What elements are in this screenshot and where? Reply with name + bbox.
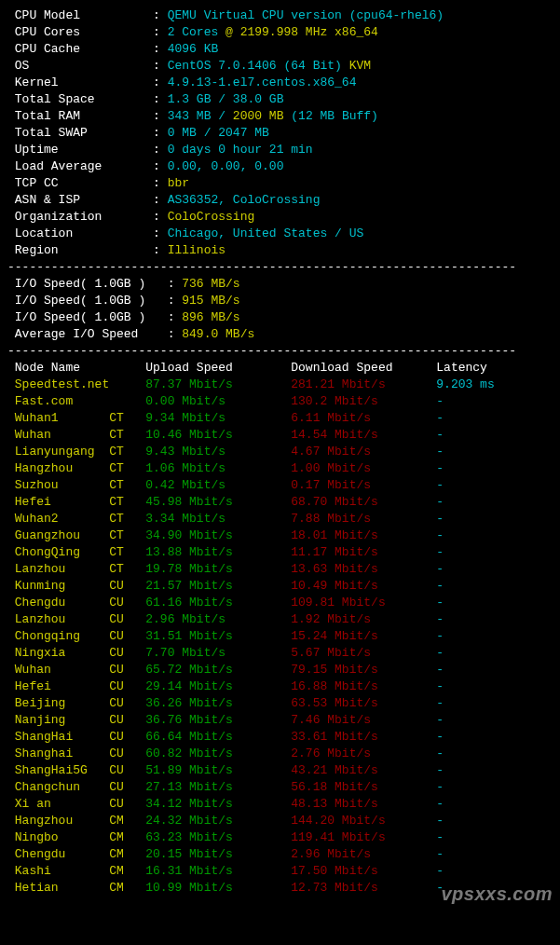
- gap: [131, 461, 146, 475]
- latency: -: [436, 612, 444, 626]
- speedtest-row: Hefei CT 45.98 Mbit/s 68.70 Mbit/s -: [7, 494, 553, 511]
- gap: [131, 864, 146, 878]
- info-label: OS: [7, 59, 153, 73]
- info-value: 2000 MB: [233, 109, 291, 123]
- speedtest-row: Kashi CM 16.31 Mbit/s 17.50 Mbit/s -: [7, 863, 553, 880]
- speedtest-row: Guangzhou CT 34.90 Mbit/s 18.01 Mbit/s -: [7, 527, 553, 544]
- node-name: Kashi: [7, 864, 109, 878]
- download-speed: 17.50 Mbit/s: [291, 864, 436, 878]
- node-name: Lanzhou: [7, 612, 109, 626]
- node-name: Chengdu: [7, 596, 109, 609]
- latency: -: [436, 461, 444, 475]
- gap: [131, 478, 146, 492]
- speedtest-row: Lianyungang CT 9.43 Mbit/s 4.67 Mbit/s -: [7, 444, 553, 460]
- upload-speed: 1.06 Mbit/s: [145, 461, 291, 475]
- download-speed: 15.24 Mbit/s: [291, 629, 436, 643]
- info-value: AS36352, ColoCrossing: [168, 193, 321, 207]
- colon: :: [153, 176, 168, 190]
- download-speed: 48.13 Mbit/s: [291, 797, 436, 811]
- colon: :: [153, 8, 168, 22]
- info-row: Region : Illinois: [7, 242, 553, 259]
- info-row: CPU Model : QEMU Virtual CPU version (cp…: [7, 7, 553, 24]
- node-tag: CM: [109, 814, 130, 828]
- download-speed: 63.53 Mbit/s: [291, 696, 436, 710]
- download-speed: 33.61 Mbit/s: [291, 730, 436, 744]
- speedtest-row: Hangzhou CM 24.32 Mbit/s 144.20 Mbit/s -: [7, 813, 553, 829]
- download-speed: 10.49 Mbit/s: [291, 579, 436, 593]
- latency: -: [436, 646, 444, 660]
- node-tag: CT: [109, 512, 130, 526]
- upload-speed: 10.46 Mbit/s: [145, 428, 291, 442]
- io-row: I/O Speed( 1.0GB ) : 896 MB/s: [7, 309, 553, 326]
- node-tag: CU: [109, 797, 130, 811]
- upload-speed: 20.15 Mbit/s: [145, 847, 291, 861]
- download-speed: 281.21 Mbit/s: [291, 377, 436, 391]
- node-tag: CM: [109, 881, 130, 895]
- colon: :: [153, 109, 168, 123]
- node-name: Speedtest.net: [7, 377, 109, 391]
- gap: [131, 780, 146, 794]
- node-name: Lianyungang: [7, 445, 109, 459]
- download-speed: 144.20 Mbit/s: [291, 814, 436, 828]
- latency: -: [436, 847, 444, 861]
- node-name: Chongqing: [7, 629, 109, 643]
- gap: [131, 512, 146, 526]
- info-label: Total Space: [7, 92, 153, 106]
- download-speed: 56.18 Mbit/s: [291, 780, 436, 794]
- latency: -: [436, 780, 444, 794]
- info-row: Load Average : 0.00, 0.00, 0.00: [7, 158, 553, 175]
- latency: -: [436, 629, 444, 643]
- latency: -: [436, 830, 444, 844]
- node-name: Guangzhou: [7, 528, 109, 542]
- colon: :: [153, 210, 168, 224]
- node-tag: CU: [109, 746, 130, 760]
- info-value: (12 MB Buff): [291, 109, 378, 123]
- speedtest-block: Speedtest.net 87.37 Mbit/s 281.21 Mbit/s…: [7, 377, 553, 897]
- io-label: I/O Speed( 1.0GB ): [7, 277, 168, 291]
- node-name: ShangHai: [7, 730, 109, 744]
- node-name: Suzhou: [7, 478, 109, 492]
- gap: [131, 713, 146, 727]
- upload-speed: 2.96 Mbit/s: [145, 612, 291, 626]
- colon: :: [153, 92, 168, 106]
- upload-speed: 0.00 Mbit/s: [145, 394, 291, 408]
- node-name: Ningxia: [7, 646, 109, 660]
- info-value: 0 days 0 hour 21 min: [168, 143, 313, 157]
- info-row: Location : Chicago, United States / US: [7, 226, 553, 242]
- info-value: 0.00, 0.00, 0.00: [168, 159, 284, 173]
- upload-speed: 3.34 Mbit/s: [145, 512, 291, 526]
- gap: [131, 428, 146, 442]
- latency: -: [436, 596, 444, 609]
- node-tag: CM: [109, 864, 130, 878]
- node-name: Hefei: [7, 495, 109, 509]
- upload-speed: 34.12 Mbit/s: [145, 797, 291, 811]
- upload-speed: 29.14 Mbit/s: [145, 679, 291, 693]
- speedtest-row: Speedtest.net 87.37 Mbit/s 281.21 Mbit/s…: [7, 377, 553, 393]
- io-value: 736 MB/s: [182, 277, 239, 291]
- download-speed: 1.92 Mbit/s: [291, 612, 436, 626]
- node-name: Kunming: [7, 579, 109, 593]
- info-label: Load Average: [7, 159, 153, 173]
- colon: :: [168, 310, 183, 324]
- speedtest-row: Beijing CU 36.26 Mbit/s 63.53 Mbit/s -: [7, 695, 553, 712]
- node-name: Nanjing: [7, 713, 109, 727]
- divider: ----------------------------------------…: [7, 259, 553, 276]
- node-tag: CT: [109, 545, 130, 559]
- upload-speed: 61.16 Mbit/s: [145, 596, 291, 609]
- io-speed-block: I/O Speed( 1.0GB ) : 736 MB/s I/O Speed(…: [7, 276, 553, 343]
- node-tag: CT: [109, 411, 130, 425]
- gap: [131, 596, 146, 609]
- download-speed: 79.15 Mbit/s: [291, 663, 436, 677]
- info-value: 1.3 GB / 38.0 GB: [168, 92, 284, 106]
- node-tag: CU: [109, 629, 130, 643]
- info-label: ASN & ISP: [7, 193, 153, 207]
- speedtest-row: Wuhan2 CT 3.34 Mbit/s 7.88 Mbit/s -: [7, 511, 553, 527]
- upload-speed: 60.82 Mbit/s: [145, 746, 291, 760]
- info-value: 343 MB /: [168, 109, 233, 123]
- node-name: Wuhan2: [7, 512, 109, 526]
- speedtest-row: Hefei CU 29.14 Mbit/s 16.88 Mbit/s -: [7, 678, 553, 695]
- upload-speed: 10.99 Mbit/s: [145, 881, 291, 895]
- info-value: 4096 KB: [168, 42, 219, 56]
- colon: :: [153, 226, 168, 240]
- speedtest-header: Node Name Upload Speed Download Speed La…: [7, 360, 553, 377]
